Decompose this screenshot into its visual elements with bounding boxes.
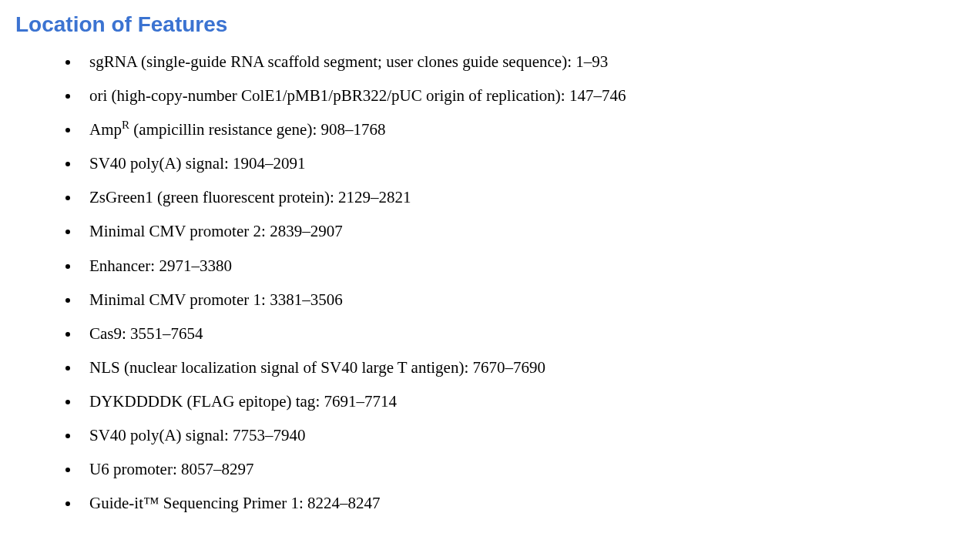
separator: : [261, 222, 270, 240]
separator: : [261, 290, 270, 309]
feature-name: ZsGreen1 (green fluorescent protein) [89, 188, 330, 206]
feature-item: AmpR (ampicillin resistance gene): 908–1… [80, 112, 948, 146]
feature-item: ori (high-copy-number ColE1/pMB1/pBR322/… [80, 79, 948, 112]
feature-item: NLS (nuclear localization signal of SV40… [80, 350, 948, 384]
separator: : [561, 86, 569, 105]
feature-name: Minimal CMV promoter 1 [89, 290, 261, 309]
separator: : [224, 154, 233, 173]
feature-range: 8057–8297 [181, 460, 254, 478]
feature-range: 8224–8247 [307, 494, 381, 512]
separator: : [122, 324, 130, 343]
feature-range: 2129–2821 [338, 188, 411, 206]
feature-name: Guide-it™ Sequencing Primer 1 [89, 494, 299, 512]
feature-range: 7670–7690 [472, 358, 545, 377]
separator: : [330, 188, 338, 206]
feature-name: sgRNA (single-guide RNA scaffold segment… [89, 52, 567, 71]
feature-range: 1–93 [575, 52, 608, 71]
separator: : [173, 460, 181, 478]
feature-range: 3551–7654 [130, 324, 203, 343]
separator: : [464, 358, 472, 377]
feature-range: 1904–2091 [233, 154, 306, 173]
separator: : [567, 52, 575, 71]
feature-name: Enhancer [89, 257, 150, 275]
separator: : [299, 494, 307, 512]
feature-range: 2971–3380 [159, 257, 232, 275]
feature-name: ori (high-copy-number ColE1/pMB1/pBR322/… [89, 86, 561, 105]
feature-range: 908–1768 [321, 120, 386, 139]
feature-range: 147–746 [569, 86, 626, 105]
feature-item: Cas9: 3551–7654 [80, 317, 948, 350]
feature-item: Enhancer: 2971–3380 [80, 249, 948, 283]
feature-name: NLS (nuclear localization signal of SV40… [89, 358, 464, 377]
feature-item: Minimal CMV promoter 2: 2839–2907 [80, 214, 948, 248]
feature-name: AmpR (ampicillin resistance gene) [89, 120, 312, 139]
feature-name: DYKDDDDK (FLAG epitope) tag [89, 392, 315, 411]
feature-name: Minimal CMV promoter 2 [89, 222, 261, 240]
feature-list: sgRNA (single-guide RNA scaffold segment… [15, 45, 948, 520]
feature-name: SV40 poly(A) signal [89, 154, 224, 173]
section-heading: Location of Features [15, 12, 948, 37]
feature-range: 7691–7714 [324, 392, 397, 411]
feature-name: U6 promoter [89, 460, 173, 478]
separator: : [315, 392, 324, 411]
feature-item: SV40 poly(A) signal: 7753–7940 [80, 418, 948, 452]
feature-item: DYKDDDDK (FLAG epitope) tag: 7691–7714 [80, 384, 948, 418]
feature-item: U6 promoter: 8057–8297 [80, 452, 948, 486]
feature-name: Cas9 [89, 324, 122, 343]
feature-range: 3381–3506 [270, 290, 343, 309]
separator: : [150, 257, 159, 275]
feature-item: SV40 poly(A) signal: 1904–2091 [80, 146, 948, 180]
feature-range: 7753–7940 [233, 426, 306, 444]
feature-range: 2839–2907 [270, 222, 343, 240]
separator: : [312, 120, 320, 139]
feature-item: sgRNA (single-guide RNA scaffold segment… [80, 45, 948, 79]
feature-item: ZsGreen1 (green fluorescent protein): 21… [80, 180, 948, 214]
feature-name: SV40 poly(A) signal [89, 426, 224, 444]
feature-item: Guide-it™ Sequencing Primer 1: 8224–8247 [80, 486, 948, 520]
feature-item: Minimal CMV promoter 1: 3381–3506 [80, 283, 948, 317]
separator: : [224, 426, 233, 444]
